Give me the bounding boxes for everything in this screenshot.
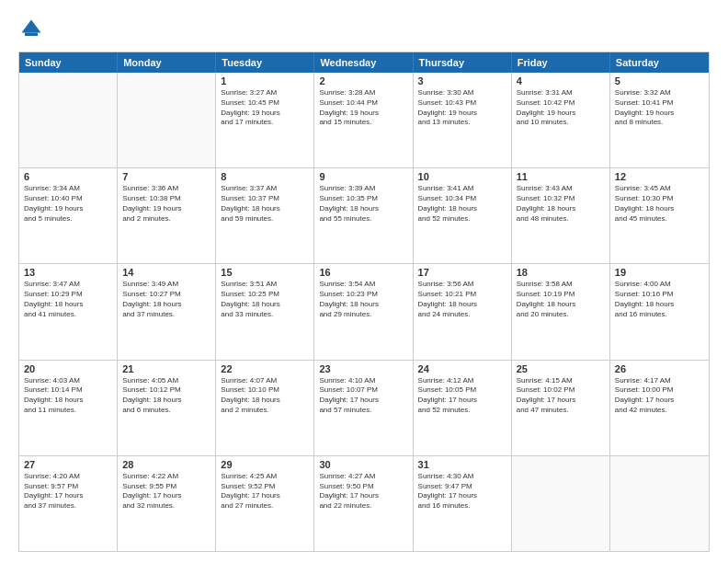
- day-info: Sunrise: 3:45 AMSunset: 10:30 PMDaylight…: [615, 184, 704, 224]
- day-info: Sunrise: 3:51 AMSunset: 10:25 PMDaylight…: [221, 280, 309, 319]
- day-cell-21: 21Sunrise: 4:05 AMSunset: 10:12 PMDaylig…: [118, 361, 216, 455]
- header-day-monday: Monday: [118, 52, 216, 73]
- day-info: Sunrise: 4:30 AMSunset: 9:47 PMDaylight:…: [418, 472, 506, 511]
- day-cell-10: 10Sunrise: 3:41 AMSunset: 10:34 PMDaylig…: [414, 168, 512, 263]
- day-number: 22: [221, 363, 309, 374]
- day-cell-3: 3Sunrise: 3:30 AMSunset: 10:43 PMDayligh…: [414, 73, 512, 167]
- day-info: Sunrise: 3:43 AMSunset: 10:32 PMDaylight…: [517, 184, 605, 224]
- day-info: Sunrise: 4:03 AMSunset: 10:14 PMDaylight…: [24, 376, 112, 416]
- day-info: Sunrise: 3:30 AMSunset: 10:43 PMDaylight…: [418, 88, 506, 128]
- day-number: 11: [517, 171, 605, 182]
- logo-icon: [18, 17, 44, 42]
- day-info: Sunrise: 4:22 AMSunset: 9:55 PMDaylight:…: [122, 472, 210, 511]
- day-info: Sunrise: 3:34 AMSunset: 10:40 PMDaylight…: [24, 184, 112, 224]
- day-info: Sunrise: 3:49 AMSunset: 10:27 PMDaylight…: [122, 280, 210, 319]
- day-number: 16: [319, 267, 407, 278]
- calendar-row-2: 13Sunrise: 3:47 AMSunset: 10:29 PMDaylig…: [19, 264, 709, 360]
- day-info: Sunrise: 4:10 AMSunset: 10:07 PMDaylight…: [319, 376, 407, 416]
- day-number: 29: [221, 459, 309, 470]
- day-cell-29: 29Sunrise: 4:25 AMSunset: 9:52 PMDayligh…: [216, 456, 314, 551]
- day-number: 30: [319, 459, 407, 470]
- header-day-tuesday: Tuesday: [216, 52, 314, 73]
- day-cell-13: 13Sunrise: 3:47 AMSunset: 10:29 PMDaylig…: [19, 264, 118, 359]
- day-info: Sunrise: 4:27 AMSunset: 9:50 PMDaylight:…: [319, 472, 407, 511]
- day-number: 18: [517, 267, 605, 278]
- day-cell-20: 20Sunrise: 4:03 AMSunset: 10:14 PMDaylig…: [19, 361, 118, 455]
- day-cell-25: 25Sunrise: 4:15 AMSunset: 10:02 PMDaylig…: [512, 361, 610, 455]
- day-number: 14: [122, 267, 210, 278]
- day-cell-16: 16Sunrise: 3:54 AMSunset: 10:23 PMDaylig…: [314, 264, 413, 359]
- day-number: 25: [517, 363, 605, 374]
- calendar-row-1: 6Sunrise: 3:34 AMSunset: 10:40 PMDayligh…: [19, 168, 709, 264]
- header-day-sunday: Sunday: [19, 52, 118, 73]
- day-cell-22: 22Sunrise: 4:07 AMSunset: 10:10 PMDaylig…: [216, 361, 314, 455]
- calendar-outer: SundayMondayTuesdayWednesdayThursdayFrid…: [18, 52, 710, 552]
- day-number: 24: [418, 363, 506, 374]
- day-cell-18: 18Sunrise: 3:58 AMSunset: 10:19 PMDaylig…: [512, 264, 610, 359]
- day-cell-27: 27Sunrise: 4:20 AMSunset: 9:57 PMDayligh…: [19, 456, 118, 551]
- header-day-wednesday: Wednesday: [314, 52, 413, 73]
- day-cell-24: 24Sunrise: 4:12 AMSunset: 10:05 PMDaylig…: [414, 361, 512, 455]
- day-cell-4: 4Sunrise: 3:31 AMSunset: 10:42 PMDayligh…: [512, 73, 610, 167]
- day-cell-8: 8Sunrise: 3:37 AMSunset: 10:37 PMDayligh…: [216, 168, 314, 263]
- day-info: Sunrise: 3:36 AMSunset: 10:38 PMDaylight…: [122, 184, 210, 224]
- day-cell-23: 23Sunrise: 4:10 AMSunset: 10:07 PMDaylig…: [314, 361, 413, 455]
- day-cell-15: 15Sunrise: 3:51 AMSunset: 10:25 PMDaylig…: [216, 264, 314, 359]
- day-cell-1: 1Sunrise: 3:27 AMSunset: 10:45 PMDayligh…: [216, 73, 314, 167]
- day-info: Sunrise: 4:12 AMSunset: 10:05 PMDaylight…: [418, 376, 506, 416]
- day-cell-28: 28Sunrise: 4:22 AMSunset: 9:55 PMDayligh…: [118, 456, 216, 551]
- logo: [18, 17, 48, 42]
- calendar: SundayMondayTuesdayWednesdayThursdayFrid…: [19, 52, 709, 551]
- calendar-row-3: 20Sunrise: 4:03 AMSunset: 10:14 PMDaylig…: [19, 361, 709, 456]
- day-cell-26: 26Sunrise: 4:17 AMSunset: 10:00 PMDaylig…: [610, 361, 709, 455]
- day-number: 17: [418, 267, 506, 278]
- day-number: 10: [418, 171, 506, 182]
- day-number: 23: [319, 363, 407, 374]
- header: [18, 17, 710, 42]
- day-info: Sunrise: 3:31 AMSunset: 10:42 PMDaylight…: [517, 88, 605, 128]
- day-info: Sunrise: 4:15 AMSunset: 10:02 PMDaylight…: [517, 376, 605, 416]
- day-info: Sunrise: 4:07 AMSunset: 10:10 PMDaylight…: [221, 376, 309, 416]
- calendar-row-0: 1Sunrise: 3:27 AMSunset: 10:45 PMDayligh…: [19, 73, 709, 168]
- day-number: 9: [319, 171, 407, 182]
- header-day-friday: Friday: [512, 52, 610, 73]
- calendar-row-4: 27Sunrise: 4:20 AMSunset: 9:57 PMDayligh…: [19, 456, 709, 551]
- day-info: Sunrise: 3:32 AMSunset: 10:41 PMDaylight…: [615, 88, 704, 128]
- day-cell-empty-4-5: [512, 456, 610, 551]
- day-cell-14: 14Sunrise: 3:49 AMSunset: 10:27 PMDaylig…: [118, 264, 216, 359]
- day-number: 7: [122, 171, 210, 182]
- day-number: 4: [517, 75, 605, 86]
- day-info: Sunrise: 4:20 AMSunset: 9:57 PMDaylight:…: [24, 472, 112, 511]
- day-cell-empty-4-6: [610, 456, 709, 551]
- day-number: 31: [418, 459, 506, 470]
- day-number: 1: [221, 75, 309, 86]
- day-number: 20: [24, 363, 112, 374]
- day-number: 6: [24, 171, 112, 182]
- day-info: Sunrise: 4:00 AMSunset: 10:16 PMDaylight…: [615, 280, 704, 319]
- day-number: 2: [319, 75, 407, 86]
- day-number: 5: [615, 75, 704, 86]
- day-info: Sunrise: 3:27 AMSunset: 10:45 PMDaylight…: [221, 88, 309, 128]
- svg-marker-0: [22, 20, 41, 33]
- day-info: Sunrise: 3:47 AMSunset: 10:29 PMDaylight…: [24, 280, 112, 319]
- day-cell-30: 30Sunrise: 4:27 AMSunset: 9:50 PMDayligh…: [314, 456, 413, 551]
- day-number: 21: [122, 363, 210, 374]
- day-number: 3: [418, 75, 506, 86]
- day-info: Sunrise: 3:28 AMSunset: 10:44 PMDaylight…: [319, 88, 407, 128]
- calendar-header: SundayMondayTuesdayWednesdayThursdayFrid…: [19, 52, 709, 73]
- day-cell-12: 12Sunrise: 3:45 AMSunset: 10:30 PMDaylig…: [610, 168, 709, 263]
- day-cell-9: 9Sunrise: 3:39 AMSunset: 10:35 PMDayligh…: [314, 168, 413, 263]
- page: SundayMondayTuesdayWednesdayThursdayFrid…: [0, 0, 728, 563]
- day-cell-31: 31Sunrise: 4:30 AMSunset: 9:47 PMDayligh…: [414, 456, 512, 551]
- day-info: Sunrise: 3:54 AMSunset: 10:23 PMDaylight…: [319, 280, 407, 319]
- day-cell-7: 7Sunrise: 3:36 AMSunset: 10:38 PMDayligh…: [118, 168, 216, 263]
- day-cell-6: 6Sunrise: 3:34 AMSunset: 10:40 PMDayligh…: [19, 168, 118, 263]
- day-number: 27: [24, 459, 112, 470]
- calendar-body: 1Sunrise: 3:27 AMSunset: 10:45 PMDayligh…: [19, 73, 709, 551]
- day-number: 12: [615, 171, 704, 182]
- day-info: Sunrise: 3:41 AMSunset: 10:34 PMDaylight…: [418, 184, 506, 224]
- day-cell-empty-0-0: [19, 73, 118, 167]
- svg-rect-1: [25, 33, 38, 37]
- day-cell-empty-0-1: [118, 73, 216, 167]
- day-cell-11: 11Sunrise: 3:43 AMSunset: 10:32 PMDaylig…: [512, 168, 610, 263]
